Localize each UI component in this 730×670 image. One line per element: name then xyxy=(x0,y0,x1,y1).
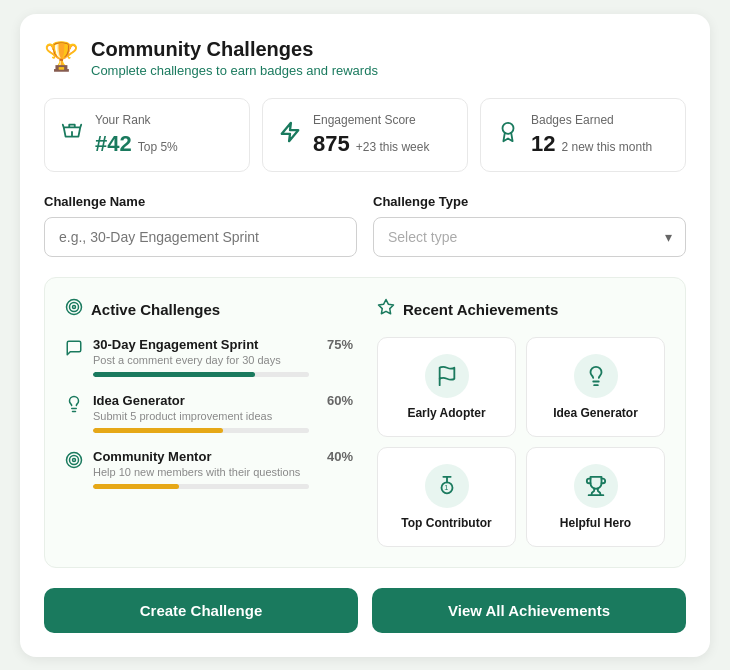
challenge-3-progress-bg xyxy=(93,484,309,489)
svg-text:1: 1 xyxy=(444,482,448,491)
challenge-3-name: Community Mentor xyxy=(93,449,309,464)
challenge-3-pct: 40% xyxy=(327,449,353,464)
engagement-delta: +23 this week xyxy=(356,140,430,154)
mentor-icon xyxy=(65,451,83,474)
challenge-1-progress-bg xyxy=(93,372,309,377)
rank-delta: Top 5% xyxy=(138,140,178,154)
lightbulb-icon xyxy=(574,354,618,398)
trophy-icon: 🏆 xyxy=(44,40,79,73)
challenge-2-progress-fill xyxy=(93,428,223,433)
challenge-1-desc: Post a comment every day for 30 days xyxy=(93,354,309,366)
header: 🏆 Community Challenges Complete challeng… xyxy=(44,38,686,78)
active-challenges-label: Active Challenges xyxy=(91,301,220,318)
challenge-name-group: Challenge Name xyxy=(44,194,357,257)
helpful-hero-label: Helpful Hero xyxy=(560,516,631,530)
page-title: Community Challenges xyxy=(91,38,378,61)
achievements-grid: Early Adopter Idea Generator xyxy=(377,337,665,547)
top-contributor-label: Top Contributor xyxy=(401,516,491,530)
svg-point-8 xyxy=(70,455,79,464)
engagement-value: 875 xyxy=(313,131,350,157)
achievement-idea-generator: Idea Generator xyxy=(526,337,665,437)
challenge-type-select[interactable]: Select type xyxy=(373,217,686,257)
form-row: Challenge Name Challenge Type Select typ… xyxy=(44,194,686,257)
badges-icon xyxy=(497,121,519,149)
recent-achievements-label: Recent Achievements xyxy=(403,301,558,318)
challenge-item-3: Community Mentor Help 10 new members wit… xyxy=(65,449,353,489)
challenge-3-progress-fill xyxy=(93,484,179,489)
svg-marker-0 xyxy=(282,122,299,140)
challenge-name-input[interactable] xyxy=(44,217,357,257)
challenge-type-group: Challenge Type Select type ▾ xyxy=(373,194,686,257)
challenge-1-progress-fill xyxy=(93,372,255,377)
svg-marker-10 xyxy=(379,299,394,313)
challenge-type-wrapper: Select type ▾ xyxy=(373,217,686,257)
challenge-item-1: 30-Day Engagement Sprint Post a comment … xyxy=(65,337,353,377)
stat-rank: Your Rank #42 Top 5% xyxy=(44,98,250,172)
badges-label: Badges Earned xyxy=(531,113,652,127)
challenge-2-pct: 60% xyxy=(327,393,353,408)
trophy-badge-icon xyxy=(574,464,618,508)
challenge-type-label: Challenge Type xyxy=(373,194,686,209)
idea-generator-label: Idea Generator xyxy=(553,406,638,420)
challenge-2-name: Idea Generator xyxy=(93,393,309,408)
achievement-top-contributor: 1 Top Contributor xyxy=(377,447,516,547)
badges-value: 12 xyxy=(531,131,555,157)
buttons-row: Create Challenge View All Achievements xyxy=(44,588,686,633)
rank-value: #42 xyxy=(95,131,132,157)
main-card: 🏆 Community Challenges Complete challeng… xyxy=(20,14,710,657)
comment-icon xyxy=(65,339,83,362)
rank-label: Your Rank xyxy=(95,113,178,127)
target-icon xyxy=(65,298,83,321)
challenge-3-desc: Help 10 new members with their questions xyxy=(93,466,309,478)
challenge-name-label: Challenge Name xyxy=(44,194,357,209)
svg-point-3 xyxy=(70,302,79,311)
achievement-helpful-hero: Helpful Hero xyxy=(526,447,665,547)
active-challenges-section: Active Challenges 30-Day Engagement Spri… xyxy=(65,298,353,547)
svg-point-9 xyxy=(73,458,76,461)
page-subtitle: Complete challenges to earn badges and r… xyxy=(91,63,378,78)
create-challenge-button[interactable]: Create Challenge xyxy=(44,588,358,633)
medal-icon: 1 xyxy=(425,464,469,508)
bottom-card: Active Challenges 30-Day Engagement Spri… xyxy=(44,277,686,568)
achievement-early-adopter: Early Adopter xyxy=(377,337,516,437)
stat-badges: Badges Earned 12 2 new this month xyxy=(480,98,686,172)
challenge-1-pct: 75% xyxy=(327,337,353,352)
recent-achievements-title: Recent Achievements xyxy=(377,298,665,321)
recent-achievements-section: Recent Achievements Early Adopter xyxy=(377,298,665,547)
svg-point-4 xyxy=(73,305,76,308)
rank-icon xyxy=(61,121,83,149)
challenge-2-desc: Submit 5 product improvement ideas xyxy=(93,410,309,422)
engagement-label: Engagement Score xyxy=(313,113,429,127)
bulb-icon xyxy=(65,395,83,418)
engagement-icon xyxy=(279,121,301,149)
stats-row: Your Rank #42 Top 5% Engagement Score 87… xyxy=(44,98,686,172)
flag-icon xyxy=(425,354,469,398)
badges-delta: 2 new this month xyxy=(561,140,652,154)
challenge-1-name: 30-Day Engagement Sprint xyxy=(93,337,309,352)
stat-engagement: Engagement Score 875 +23 this week xyxy=(262,98,468,172)
view-all-achievements-button[interactable]: View All Achievements xyxy=(372,588,686,633)
challenge-item-2: Idea Generator Submit 5 product improvem… xyxy=(65,393,353,433)
challenge-2-progress-bg xyxy=(93,428,309,433)
star-icon xyxy=(377,298,395,321)
early-adopter-label: Early Adopter xyxy=(407,406,485,420)
active-challenges-title: Active Challenges xyxy=(65,298,353,321)
